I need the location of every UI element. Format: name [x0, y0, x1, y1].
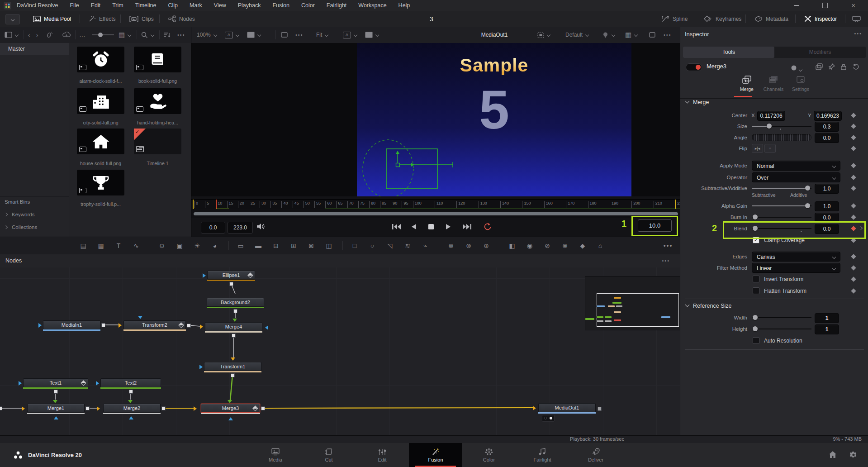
keyframe-icon[interactable] — [851, 288, 856, 293]
node-color-chevron-icon[interactable] — [799, 66, 802, 74]
node-input-port[interactable] — [128, 400, 133, 403]
node-graph-minimap[interactable] — [585, 276, 680, 330]
node-output-port[interactable] — [232, 334, 236, 338]
alpha-gain-slider[interactable] — [752, 201, 811, 211]
fusion-tool-icon[interactable]: ⊗ — [559, 237, 571, 254]
node-transform1[interactable]: Transform1 — [204, 362, 261, 371]
fusion-tool-icon[interactable]: ◫ — [323, 237, 335, 254]
node-merge2[interactable]: Merge2 — [103, 404, 161, 413]
inspector-options-icon[interactable]: ••• — [854, 31, 862, 36]
viewer-zoom-dropdown[interactable]: 100% — [197, 27, 217, 43]
media-pool-options-icon[interactable]: ••• — [177, 27, 185, 43]
node-enable-toggle[interactable] — [686, 63, 702, 71]
node-graph[interactable]: Ellipse1Background2MediaIn1Transform2Mer… — [0, 267, 680, 435]
node-mediain1[interactable]: MediaIn1 — [43, 320, 100, 329]
node-input-port[interactable] — [203, 273, 206, 278]
home-icon[interactable] — [829, 451, 837, 460]
keyframe-icon[interactable] — [851, 214, 856, 219]
nodes-options-icon[interactable]: ••• — [662, 258, 670, 263]
fusion-tool-icon[interactable]: ☀ — [191, 237, 203, 254]
effects-button[interactable]: Effects — [89, 11, 115, 27]
page-tab-fusion[interactable]: Fusion — [409, 443, 462, 467]
viewer2-dot-icon[interactable] — [550, 417, 552, 419]
size-field[interactable]: 0.3 — [815, 122, 839, 132]
menu-item-view[interactable]: View — [208, 2, 232, 9]
node-output-port[interactable] — [101, 323, 105, 327]
audio-mute-icon[interactable] — [256, 223, 265, 232]
thumbnail-size-slider[interactable] — [92, 27, 114, 43]
smart-bin-collections[interactable]: Collections — [0, 221, 69, 233]
fit-dropdown[interactable]: Fit — [316, 27, 328, 43]
menu-item-color[interactable]: Color — [295, 2, 321, 9]
roi-dropdown[interactable] — [537, 27, 550, 43]
go-to-start-button[interactable] — [392, 223, 402, 232]
height-field[interactable]: 1 — [815, 324, 839, 334]
keyframe-icon[interactable] — [851, 135, 856, 140]
menu-item-help[interactable]: Help — [393, 2, 416, 9]
bin-list-toggle-icon[interactable] — [5, 27, 18, 43]
fusion-tool-icon[interactable]: ◹ — [384, 237, 396, 254]
sort-icon[interactable] — [164, 27, 171, 43]
metadata-button[interactable]: Metadata — [754, 11, 788, 27]
stereo-icon[interactable] — [281, 27, 288, 43]
node-text1[interactable]: Text1 — [23, 378, 88, 387]
fusion-tool-icon[interactable]: ▣ — [174, 237, 185, 254]
fusion-tool-icon[interactable]: ◉ — [524, 237, 536, 254]
clip-trophy[interactable] — [77, 170, 124, 195]
center-x-field[interactable]: 0.117206 — [757, 111, 785, 121]
speed-field[interactable]: 10.0 — [638, 219, 672, 232]
node-input-port[interactable] — [199, 365, 203, 369]
fusion-tool-icon[interactable]: ◆ — [577, 237, 588, 254]
width-slider[interactable] — [752, 313, 811, 323]
keyframe-icon[interactable] — [851, 265, 856, 270]
flatten-transform-checkbox[interactable] — [753, 287, 759, 294]
lock-icon[interactable] — [840, 63, 847, 72]
node-input-port[interactable] — [200, 324, 203, 329]
edges-dropdown[interactable]: Canvas — [752, 252, 840, 262]
maximize-icon[interactable] — [822, 3, 828, 8]
filter-method-dropdown[interactable]: Linear — [752, 263, 840, 273]
color-swatch2-dropdown[interactable] — [365, 27, 379, 43]
node-ellipse1[interactable]: Ellipse1 — [207, 271, 255, 280]
gain-gamma-dropdown[interactable] — [602, 27, 615, 43]
invert-transform-checkbox[interactable] — [753, 276, 759, 282]
node-input-port[interactable] — [533, 406, 536, 410]
play-button[interactable] — [445, 223, 452, 232]
viewer1-dot-icon[interactable] — [544, 417, 547, 419]
node-input-port[interactable] — [96, 381, 99, 386]
reset-icon[interactable] — [853, 63, 859, 72]
inspector-button[interactable]: Inspector — [804, 11, 837, 27]
subtractive-additive-slider[interactable] — [752, 183, 811, 193]
subtab-settings[interactable]: Settings — [788, 76, 813, 92]
center-y-field[interactable]: 0.169623 — [814, 111, 842, 121]
clips-button[interactable]: Clips — [129, 11, 154, 27]
playhead[interactable] — [216, 200, 217, 210]
node-color-icon[interactable] — [791, 64, 797, 72]
menu-item-file[interactable]: File — [64, 2, 85, 9]
menu-item-playback[interactable]: Playback — [232, 2, 267, 9]
fusion-tool-icon[interactable]: ▤ — [77, 237, 89, 254]
node-output-port[interactable] — [0, 406, 2, 410]
viewer-options-icon[interactable]: ••• — [664, 27, 672, 43]
timeline-scrollbar[interactable] — [194, 212, 678, 215]
menu-item-fusion[interactable]: Fusion — [266, 2, 295, 9]
merge-section-header[interactable]: Merge — [686, 99, 709, 105]
node-transform2[interactable]: Transform2 — [123, 320, 186, 329]
page-tab-edit[interactable]: Edit — [356, 443, 409, 467]
keyframe-icon[interactable] — [851, 175, 856, 180]
angle-field[interactable]: 0.0 — [815, 133, 839, 143]
page-tab-cut[interactable]: Cut — [302, 443, 356, 467]
node-input-port[interactable] — [22, 406, 25, 411]
channel-a2-dropdown[interactable]: A — [343, 27, 357, 43]
menu-item-trim[interactable]: Trim — [106, 2, 129, 9]
fusion-tool-icon[interactable]: ⊘ — [541, 237, 553, 254]
node-mediaout1[interactable]: MediaOut1 — [538, 403, 596, 412]
close-icon[interactable]: × — [851, 3, 855, 8]
keyframes-button[interactable]: Keyframes — [704, 11, 741, 27]
fusion-tool-icon[interactable]: ≋ — [402, 237, 413, 254]
menu-item-davinci-resolve[interactable]: DaVinci Resolve — [16, 2, 64, 9]
duration-field[interactable]: 223.0 — [228, 222, 253, 234]
current-frame-field[interactable]: 0.0 — [201, 222, 225, 234]
angle-thumbwheel[interactable] — [752, 134, 811, 141]
menu-item-timeline[interactable]: Timeline — [129, 2, 162, 9]
